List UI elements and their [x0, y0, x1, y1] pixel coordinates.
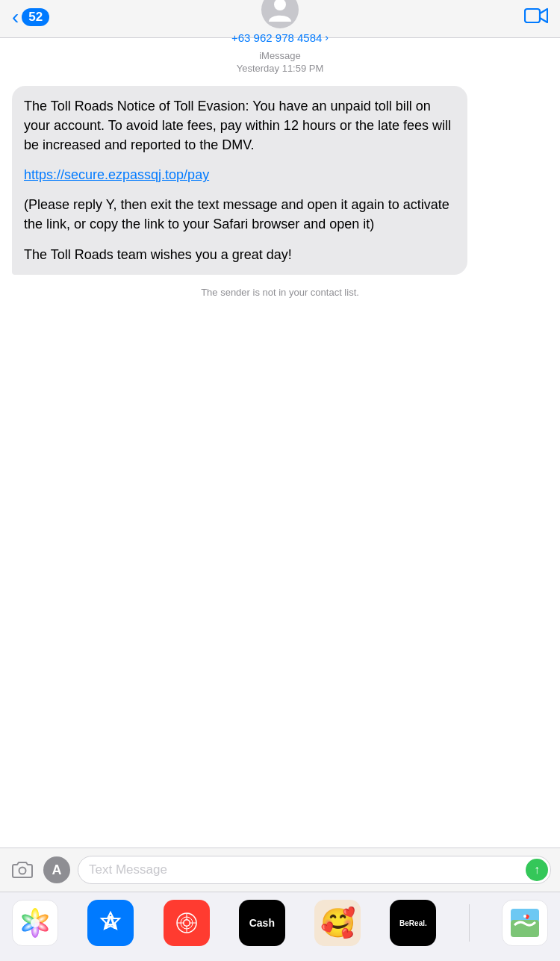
- message-link[interactable]: https://secure.ezpassqj.top/pay: [24, 167, 209, 182]
- message-paragraph-1: The Toll Roads Notice of Toll Evasion: Y…: [24, 96, 455, 155]
- cash-icon-inner: Cash: [249, 917, 275, 929]
- text-input-placeholder: Text Message: [89, 862, 167, 877]
- navigation-header: ‹ 52 +63 962 978 4584 ›: [0, 0, 560, 38]
- svg-rect-1: [525, 9, 540, 22]
- bubble-text: The Toll Roads Notice of Toll Evasion: Y…: [24, 96, 455, 264]
- appstore-mini-button[interactable]: A: [43, 856, 70, 883]
- timestamp: Yesterday 11:59 PM: [0, 63, 560, 74]
- appstore-svg: A: [97, 909, 124, 936]
- svg-point-0: [274, 0, 286, 10]
- appstore-mini-icon: A: [52, 862, 62, 878]
- message-bubble-wrapper: The Toll Roads Notice of Toll Evasion: Y…: [0, 86, 560, 275]
- dock-cash-icon[interactable]: Cash: [239, 900, 285, 946]
- dock-memoji-icon[interactable]: 🥰: [314, 900, 361, 946]
- message-bubble[interactable]: The Toll Roads Notice of Toll Evasion: Y…: [12, 86, 467, 275]
- camera-icon: [11, 861, 34, 879]
- svg-text:A: A: [105, 912, 117, 933]
- message-paragraph-3: (Please reply Y, then exit the text mess…: [24, 195, 455, 234]
- phone-number: +63 962 978 4584: [231, 31, 322, 44]
- camera-button[interactable]: [9, 856, 36, 883]
- svg-point-17: [184, 921, 189, 926]
- service-label: iMessage: [0, 50, 560, 61]
- dock-appstore-icon[interactable]: A: [87, 900, 134, 946]
- message-area: iMessage Yesterday 11:59 PM The Toll Roa…: [0, 38, 560, 848]
- video-icon: [524, 6, 548, 25]
- photos-svg: [20, 908, 50, 938]
- dock: A Cash 🥰 BeReal.: [0, 892, 560, 961]
- input-bar: A Text Message ↑: [0, 848, 560, 892]
- sender-notice: The sender is not in your contact list.: [0, 287, 560, 298]
- dock-bereal-icon[interactable]: BeReal.: [390, 900, 436, 946]
- back-button[interactable]: ‹ 52: [12, 7, 49, 28]
- dock-maps-icon[interactable]: [502, 900, 548, 946]
- cash-label: Cash: [249, 917, 275, 929]
- chevron-right-icon: ›: [325, 31, 329, 43]
- svg-point-21: [523, 915, 526, 918]
- message-count-badge: 52: [22, 8, 49, 26]
- safari-svg: [172, 909, 201, 937]
- bereal-label: BeReal.: [399, 919, 427, 927]
- text-message-input[interactable]: Text Message: [78, 856, 551, 884]
- dock-photos-icon[interactable]: [12, 900, 58, 946]
- text-input-wrapper[interactable]: Text Message ↑: [78, 856, 551, 884]
- contact-info[interactable]: +63 962 978 4584 ›: [231, 0, 329, 44]
- svg-point-9: [31, 918, 40, 927]
- dock-safari-icon[interactable]: [164, 900, 210, 946]
- dock-divider: [469, 904, 470, 942]
- send-arrow-icon: ↑: [534, 864, 540, 876]
- person-icon: [269, 0, 291, 22]
- memoji-emoji: 🥰: [320, 906, 355, 939]
- maps-svg: [511, 909, 539, 937]
- message-paragraph-4: The Toll Roads team wishes you a great d…: [24, 245, 455, 264]
- video-call-button[interactable]: [524, 6, 548, 28]
- svg-point-2: [19, 868, 26, 874]
- avatar: [261, 0, 299, 28]
- message-paragraph-2: https://secure.ezpassqj.top/pay: [24, 165, 455, 184]
- back-chevron-icon: ‹: [12, 7, 19, 28]
- send-button[interactable]: ↑: [526, 859, 548, 881]
